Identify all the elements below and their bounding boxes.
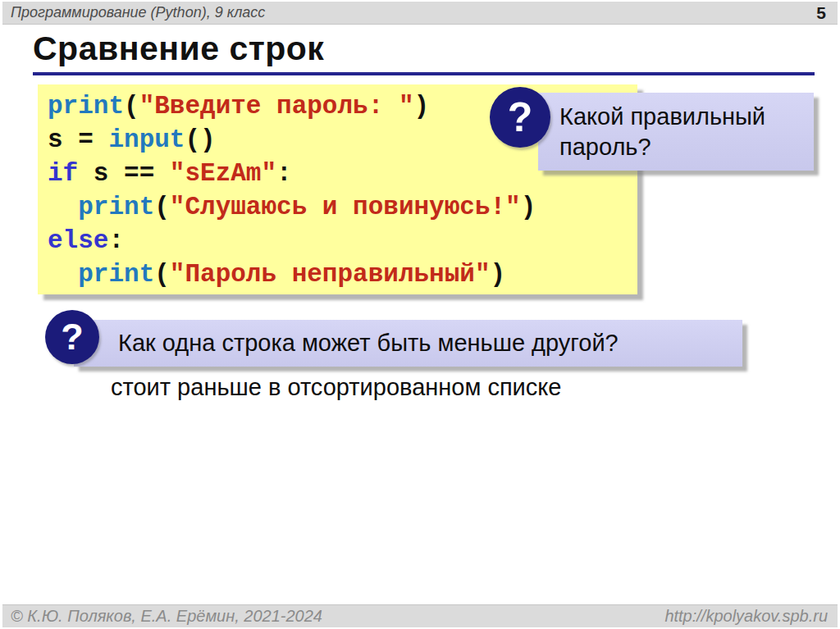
presentation-title: Программирование (Python), 9 класс bbox=[2, 4, 265, 21]
code-string: "sEzAm" bbox=[170, 159, 276, 188]
slide-title: Сравнение строк bbox=[33, 30, 324, 68]
site-url[interactable]: http://kpolyakov.spb.ru bbox=[664, 607, 838, 626]
code-line: print("Пароль неправильный") bbox=[48, 258, 637, 291]
code-builtin: print bbox=[78, 260, 154, 289]
question-mark-glyph: ? bbox=[508, 93, 533, 141]
code-plain: s == bbox=[78, 159, 170, 188]
code-builtin: print bbox=[78, 193, 154, 221]
code-plain: ( bbox=[154, 260, 170, 289]
callout-text: Как одна строка может быть меньше другой… bbox=[118, 330, 619, 357]
code-string: "Пароль неправильный" bbox=[170, 260, 491, 289]
callout-compare-question: Как одна строка может быть меньше другой… bbox=[74, 320, 742, 367]
code-plain: s = bbox=[48, 125, 108, 154]
code-plain: : bbox=[108, 226, 124, 255]
question-icon: ? bbox=[45, 310, 99, 364]
code-builtin: input bbox=[108, 125, 185, 154]
code-keyword: if bbox=[48, 159, 78, 188]
question-icon: ? bbox=[490, 87, 550, 148]
code-line: else: bbox=[48, 224, 637, 258]
code-plain: ) bbox=[413, 92, 429, 121]
code-plain bbox=[48, 193, 78, 221]
code-plain: ) bbox=[521, 193, 536, 221]
callout-text: Какой правильный пароль? bbox=[559, 102, 814, 162]
code-plain: ) bbox=[491, 260, 506, 289]
page-number: 5 bbox=[816, 3, 838, 23]
code-keyword: else bbox=[48, 226, 108, 255]
code-plain: ( bbox=[124, 92, 139, 121]
copyright: © К.Ю. Поляков, Е.А. Ерёмин, 2021-2024 bbox=[2, 607, 322, 626]
code-plain bbox=[48, 260, 78, 289]
code-plain: : bbox=[276, 159, 292, 188]
footer-bar: © К.Ю. Поляков, Е.А. Ерёмин, 2021-2024 h… bbox=[2, 604, 838, 627]
code-plain: ( bbox=[154, 193, 170, 221]
title-underline bbox=[33, 72, 815, 75]
code-string: "Слушаюсь и повинуюсь!" bbox=[170, 193, 521, 221]
code-builtin: print bbox=[48, 92, 124, 121]
top-bar: Программирование (Python), 9 класс 5 bbox=[2, 2, 838, 25]
callout-password-question: Какой правильный пароль? bbox=[538, 93, 814, 171]
answer-note: стоит раньше в отсортированном списке bbox=[111, 374, 561, 401]
code-plain: () bbox=[185, 125, 215, 154]
slide-page: Программирование (Python), 9 класс 5 Сра… bbox=[0, 0, 840, 629]
code-string: "Введите пароль: " bbox=[139, 92, 414, 121]
code-line: print("Слушаюсь и повинуюсь!") bbox=[48, 190, 637, 224]
question-mark-glyph: ? bbox=[61, 316, 84, 358]
